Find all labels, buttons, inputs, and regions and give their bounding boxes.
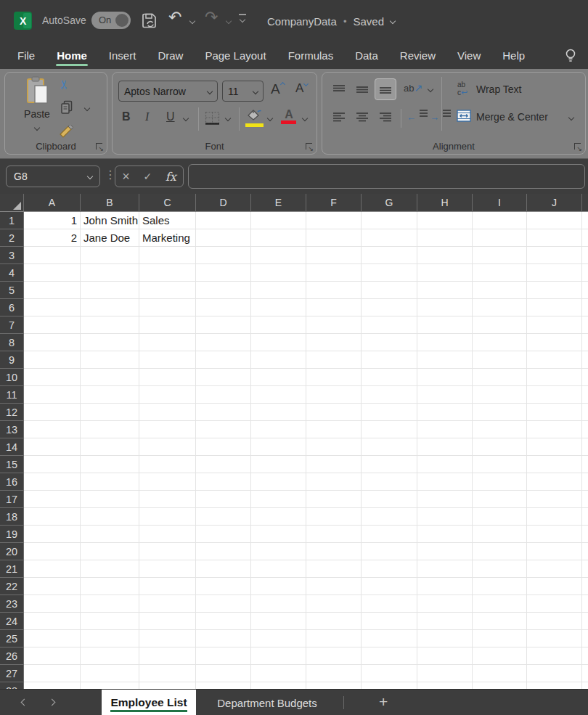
merge-center-button[interactable]: Merge & Center — [476, 111, 548, 123]
cell-G21[interactable] — [362, 560, 417, 578]
cell-F27[interactable] — [306, 665, 362, 682]
row-header-8[interactable]: 8 — [0, 334, 24, 351]
cell-H6[interactable] — [417, 299, 473, 316]
cell-J19[interactable] — [527, 526, 582, 543]
undo-dropdown-icon[interactable] — [189, 18, 195, 24]
cell-E28[interactable] — [251, 682, 306, 689]
cell-E7[interactable] — [251, 316, 306, 334]
cell-C6[interactable] — [139, 299, 196, 316]
menu-tab-draw[interactable]: Draw — [158, 42, 183, 69]
cell-B9[interactable] — [81, 351, 139, 369]
row-header-13[interactable]: 13 — [0, 421, 24, 438]
cell-H14[interactable] — [417, 438, 473, 456]
cell-G18[interactable] — [362, 508, 417, 526]
cell-F7[interactable] — [306, 316, 362, 334]
cell-C10[interactable] — [139, 369, 196, 386]
cell-J13[interactable] — [527, 421, 582, 438]
column-header-F[interactable]: F — [306, 194, 362, 212]
cell-J14[interactable] — [527, 438, 582, 456]
cell-B2[interactable]: Jane Doe — [81, 229, 139, 247]
decrease-font-size-button[interactable]: A — [295, 81, 308, 96]
cell-A18[interactable] — [24, 508, 81, 526]
cell-H28[interactable] — [417, 682, 473, 689]
row-header-20[interactable]: 20 — [0, 543, 24, 560]
decrease-indent-button[interactable]: ← — [407, 109, 428, 123]
cell-H10[interactable] — [417, 369, 473, 386]
cell-partial[interactable] — [582, 682, 588, 689]
cell-G20[interactable] — [362, 543, 417, 560]
cell-E26[interactable] — [251, 647, 306, 665]
cell-I20[interactable] — [473, 543, 527, 560]
cell-D27[interactable] — [196, 665, 251, 682]
sheet-tab-employee-list[interactable]: Employee List — [102, 690, 196, 715]
cell-A22[interactable] — [24, 578, 81, 595]
cell-F21[interactable] — [306, 560, 362, 578]
cell-E24[interactable] — [251, 613, 306, 630]
cell-partial[interactable] — [582, 473, 588, 491]
menu-tab-view[interactable]: View — [457, 42, 481, 69]
cell-D12[interactable] — [196, 404, 251, 421]
cell-F6[interactable] — [306, 299, 362, 316]
name-box[interactable]: G8 — [6, 166, 100, 187]
cell-C1[interactable]: Sales — [139, 212, 196, 229]
clipboard-dialog-launcher-icon[interactable]: ↘ — [96, 143, 102, 150]
cell-partial[interactable] — [582, 334, 588, 351]
cell-J26[interactable] — [527, 647, 582, 665]
cell-A28[interactable] — [24, 682, 81, 689]
cell-J10[interactable] — [527, 369, 582, 386]
quick-access-toolbar-icon[interactable] — [240, 17, 245, 23]
cell-J3[interactable] — [527, 247, 582, 264]
menu-tab-insert[interactable]: Insert — [109, 42, 136, 69]
cell-C24[interactable] — [139, 613, 196, 630]
cell-I23[interactable] — [473, 595, 527, 613]
cell-G14[interactable] — [362, 438, 417, 456]
cell-G9[interactable] — [362, 351, 417, 369]
cell-C11[interactable] — [139, 386, 196, 404]
row-header-5[interactable]: 5 — [0, 282, 24, 299]
row-header-3[interactable]: 3 — [0, 247, 24, 264]
cell-partial[interactable] — [582, 299, 588, 316]
column-header-H[interactable]: H — [417, 194, 473, 212]
borders-icon[interactable] — [205, 111, 220, 125]
menu-tab-formulas[interactable]: Formulas — [288, 42, 334, 69]
cell-A11[interactable] — [24, 386, 81, 404]
cell-H16[interactable] — [417, 473, 473, 491]
cell-H13[interactable] — [417, 421, 473, 438]
cell-A26[interactable] — [24, 647, 81, 665]
cell-E23[interactable] — [251, 595, 306, 613]
cell-C26[interactable] — [139, 647, 196, 665]
cell-C8[interactable] — [139, 334, 196, 351]
column-header-E[interactable]: E — [251, 194, 306, 212]
center-button[interactable] — [351, 106, 373, 128]
cell-H25[interactable] — [417, 630, 473, 647]
cell-D26[interactable] — [196, 647, 251, 665]
cell-D11[interactable] — [196, 386, 251, 404]
row-header-9[interactable]: 9 — [0, 351, 24, 369]
cell-H22[interactable] — [417, 578, 473, 595]
cell-D10[interactable] — [196, 369, 251, 386]
merge-center-dropdown-icon[interactable] — [568, 115, 574, 120]
cell-H11[interactable] — [417, 386, 473, 404]
cell-A9[interactable] — [24, 351, 81, 369]
cell-B26[interactable] — [81, 647, 139, 665]
fill-color-dropdown-icon[interactable] — [267, 115, 273, 121]
cell-H17[interactable] — [417, 491, 473, 508]
cell-J11[interactable] — [527, 386, 582, 404]
row-header-11[interactable]: 11 — [0, 386, 24, 404]
cell-I1[interactable] — [473, 212, 527, 229]
cell-E16[interactable] — [251, 473, 306, 491]
cell-F10[interactable] — [306, 369, 362, 386]
next-sheet-icon[interactable] — [49, 699, 56, 706]
cell-E19[interactable] — [251, 526, 306, 543]
font-size-combobox[interactable]: 11 — [222, 81, 264, 102]
cell-C13[interactable] — [139, 421, 196, 438]
cell-F5[interactable] — [306, 282, 362, 299]
font-dialog-launcher-icon[interactable]: ↘ — [306, 143, 312, 150]
font-name-combobox[interactable]: Aptos Narrow — [118, 81, 218, 102]
cell-I17[interactable] — [473, 491, 527, 508]
row-header-12[interactable]: 12 — [0, 404, 24, 421]
orientation-button[interactable]: ab↗ — [404, 81, 422, 94]
cell-D13[interactable] — [196, 421, 251, 438]
row-header-2[interactable]: 2 — [0, 229, 24, 247]
cell-D9[interactable] — [196, 351, 251, 369]
